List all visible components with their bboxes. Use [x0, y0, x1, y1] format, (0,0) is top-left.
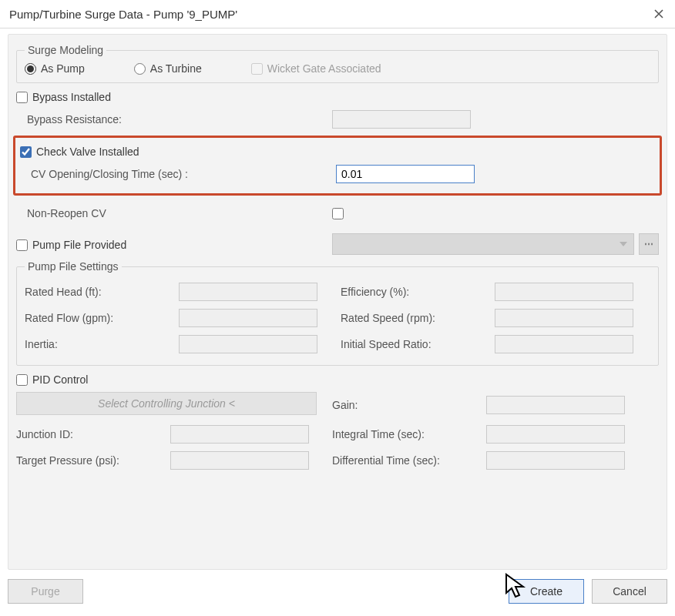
titlebar: Pump/Turbine Surge Data - Pump '9_PUMP' [0, 0, 675, 28]
pump-file-dropdown[interactable] [332, 233, 634, 255]
checkbox-pump-file-provided-label: Pump File Provided [32, 239, 126, 251]
efficiency-label: Efficiency (%): [341, 286, 495, 298]
radio-as-turbine-label: As Turbine [150, 62, 202, 75]
dialog-footer: Purge Create Cancel [8, 576, 667, 607]
target-pressure-input [170, 451, 309, 470]
checkbox-bypass-installed-label: Bypass Installed [32, 91, 111, 103]
inertia-input [179, 335, 317, 353]
checkbox-check-valve-installed-label: Check Valve Installed [36, 146, 139, 158]
window-title: Pump/Turbine Surge Data - Pump '9_PUMP' [9, 8, 652, 21]
cv-time-label: CV Opening/Closing Time (sec) : [20, 168, 208, 180]
bypass-resistance-input [332, 110, 471, 129]
cv-time-input[interactable] [336, 165, 475, 183]
rated-speed-label: Rated Speed (rpm): [341, 312, 495, 324]
inertia-label: Inertia: [25, 338, 179, 350]
junction-id-label: Junction ID: [16, 428, 170, 440]
checkbox-pump-file-provided-input[interactable] [16, 239, 28, 251]
bypass-resistance-label: Bypass Resistance: [16, 113, 204, 126]
surge-modeling-legend: Surge Modeling [25, 44, 106, 56]
cancel-button-label: Cancel [613, 585, 646, 598]
gain-label: Gain: [332, 399, 486, 411]
initial-speed-ratio-input [495, 335, 633, 353]
cancel-button[interactable]: Cancel [592, 579, 667, 604]
radio-as-pump[interactable]: As Pump [25, 62, 85, 75]
pump-file-settings-legend: Pump File Settings [25, 260, 122, 273]
pump-file-browse-button[interactable]: ⋯ [639, 233, 659, 255]
junction-id-input [170, 425, 309, 444]
differential-time-label: Differential Time (sec): [332, 454, 486, 467]
checkbox-bypass-installed-input[interactable] [16, 92, 28, 103]
checkbox-pid-control-input[interactable] [16, 374, 28, 386]
gain-input [486, 396, 625, 414]
checkbox-non-reopen-cv[interactable] [332, 208, 344, 219]
checkbox-pid-control-label: PID Control [32, 373, 88, 386]
checkbox-wicket-gate-input [251, 63, 263, 75]
efficiency-input [495, 283, 633, 301]
check-valve-highlight: Check Valve Installed CV Opening/Closing… [13, 136, 662, 196]
pump-file-settings-group: Pump File Settings Rated Head (ft): Effi… [16, 260, 659, 366]
checkbox-check-valve-installed[interactable]: Check Valve Installed [20, 146, 655, 158]
create-button[interactable]: Create [509, 579, 584, 604]
integral-time-label: Integral Time (sec): [332, 428, 486, 440]
purge-button[interactable]: Purge [8, 579, 83, 604]
initial-speed-ratio-label: Initial Speed Ratio: [341, 338, 495, 350]
non-reopen-cv-label: Non-Reopen CV [16, 207, 204, 219]
integral-time-input [486, 425, 625, 444]
create-button-label: Create [530, 585, 562, 598]
checkbox-wicket-gate-label: Wicket Gate Associated [267, 62, 381, 75]
radio-as-pump-input[interactable] [25, 63, 36, 75]
purge-button-label: Purge [31, 585, 59, 598]
client-area: Surge Modeling As Pump As Turbine Wicket… [8, 34, 667, 570]
rated-flow-label: Rated Flow (gpm): [25, 312, 179, 324]
rated-head-input [179, 283, 317, 301]
close-icon[interactable] [652, 7, 666, 21]
checkbox-pid-control[interactable]: PID Control [16, 373, 659, 386]
checkbox-pump-file-provided[interactable]: Pump File Provided [16, 239, 332, 251]
rated-flow-input [179, 309, 317, 327]
dialog-window: Pump/Turbine Surge Data - Pump '9_PUMP' … [0, 0, 675, 616]
rated-head-label: Rated Head (ft): [25, 286, 179, 298]
rated-speed-input [495, 309, 633, 327]
checkbox-wicket-gate[interactable]: Wicket Gate Associated [251, 62, 381, 75]
select-controlling-junction-button[interactable]: Select Controlling Junction < [16, 392, 317, 415]
surge-modeling-group: Surge Modeling As Pump As Turbine Wicket… [16, 44, 659, 83]
checkbox-bypass-installed[interactable]: Bypass Installed [16, 91, 659, 103]
select-controlling-junction-label: Select Controlling Junction < [98, 397, 235, 410]
checkbox-check-valve-installed-input[interactable] [20, 146, 32, 158]
differential-time-input [486, 451, 625, 470]
radio-as-pump-label: As Pump [41, 62, 85, 75]
radio-as-turbine[interactable]: As Turbine [134, 62, 202, 75]
target-pressure-label: Target Pressure (psi): [16, 454, 170, 467]
radio-as-turbine-input[interactable] [134, 63, 146, 75]
